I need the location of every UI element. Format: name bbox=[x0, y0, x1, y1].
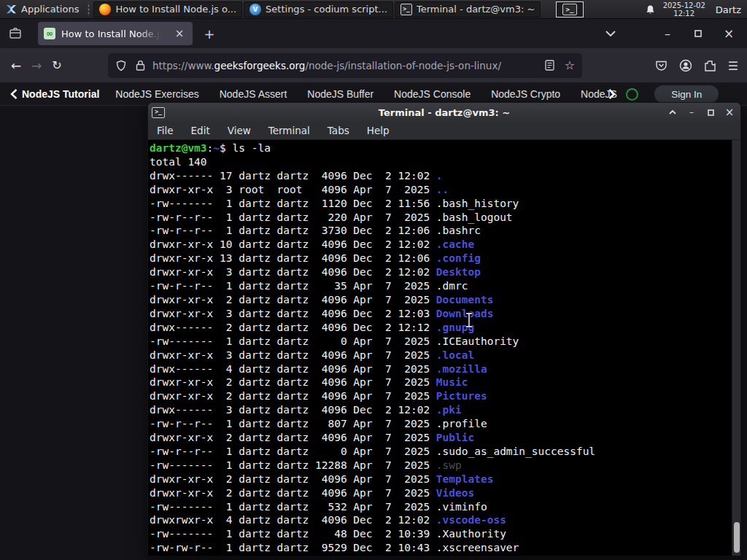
forward-button[interactable]: → bbox=[26, 55, 47, 76]
sign-in-button[interactable]: Sign In bbox=[654, 85, 719, 103]
terminal-menu-view[interactable]: View bbox=[228, 125, 251, 136]
terminal-line: drwxr-xr-x 2 dartz dartz 4096 Apr 7 2025… bbox=[150, 486, 732, 500]
terminal-line: drwxr-xr-x 3 dartz dartz 4096 Apr 7 2025… bbox=[150, 349, 732, 362]
hamburger-menu-icon[interactable]: ☰ bbox=[728, 59, 738, 73]
url-path: /node-js/installation-of-node-js-on-linu… bbox=[305, 60, 501, 71]
terminal-tray-icon[interactable]: >_ bbox=[556, 1, 584, 18]
terminal-line: drwxr-xr-x 10 dartz dartz 4096 Dec 2 12:… bbox=[150, 238, 732, 252]
url-bar[interactable]: https://www.geeksforgeeks.org/node-js/in… bbox=[108, 53, 582, 78]
url-domain: geeksforgeeks.org bbox=[214, 60, 306, 71]
terminal-icon: >_ bbox=[400, 4, 412, 15]
firefox-view-icon[interactable] bbox=[6, 24, 25, 43]
terminal-window-title: Terminal - dartz@vm3: ~ bbox=[148, 107, 740, 118]
pocket-icon[interactable] bbox=[655, 60, 667, 72]
browser-maximize-button[interactable] bbox=[690, 26, 706, 42]
notification-bell-icon[interactable] bbox=[645, 4, 656, 15]
geeksforgeeks-favicon-icon: ∞ bbox=[44, 28, 55, 39]
terminal-icon: >_ bbox=[562, 4, 577, 15]
terminal-body[interactable]: dartz@vm3:~$ ls -latotal 140drwx------ 1… bbox=[148, 140, 740, 556]
reload-button[interactable]: ↻ bbox=[47, 55, 67, 76]
distro-logo-icon bbox=[6, 4, 17, 15]
terminal-line: drwx------ 4 dartz dartz 4096 Apr 7 2025… bbox=[150, 362, 732, 376]
close-icon: × bbox=[724, 26, 734, 41]
terminal-line: drwx------ 17 dartz dartz 4096 Dec 2 12:… bbox=[150, 169, 732, 183]
terminal-scrollbar-thumb[interactable] bbox=[734, 522, 740, 553]
taskbar-button-vscodium[interactable]: VSettings - codium script... bbox=[244, 1, 393, 18]
terminal-line: drwx------ 2 dartz dartz 4096 Dec 2 12:1… bbox=[150, 321, 732, 335]
clock[interactable]: 2025-12-02 12:12 bbox=[663, 1, 705, 18]
vscodium-icon: V bbox=[249, 4, 261, 15]
site-nav-link-3[interactable]: NodeJS Buffer bbox=[307, 88, 374, 100]
tab-close-icon[interactable]: × bbox=[172, 26, 187, 41]
applications-menu-button[interactable]: Applications bbox=[0, 0, 85, 18]
taskbar: How to Install Node.js o...VSettings - c… bbox=[93, 0, 541, 18]
terminal-close-button[interactable]: × bbox=[723, 106, 736, 119]
taskbar-button-label: Terminal - dartz@vm3: ~ bbox=[417, 4, 535, 15]
taskbar-button-label: How to Install Node.js o... bbox=[115, 4, 236, 15]
terminal-title-bar[interactable]: >_ Terminal - dartz@vm3: ~ – × bbox=[148, 103, 740, 122]
browser-tab[interactable]: ∞ How to Install Node.js on × bbox=[38, 22, 193, 45]
terminal-shade-button[interactable] bbox=[666, 106, 679, 119]
list-tabs-chevron-icon[interactable] bbox=[603, 26, 619, 42]
reader-view-icon[interactable] bbox=[545, 60, 554, 71]
nav-scroll-left-icon[interactable] bbox=[10, 89, 18, 99]
taskbar-button-firefox[interactable]: How to Install Node.js o... bbox=[93, 1, 242, 18]
terminal-menu-file[interactable]: File bbox=[157, 125, 174, 136]
extensions-icon[interactable] bbox=[704, 60, 716, 72]
browser-close-button[interactable]: × bbox=[721, 26, 737, 42]
terminal-menu-edit[interactable]: Edit bbox=[191, 125, 210, 136]
search-icon[interactable] bbox=[626, 88, 638, 101]
terminal-line: drwxr-xr-x 13 dartz dartz 4096 Dec 2 12:… bbox=[150, 252, 732, 265]
terminal-line: drwxr-xr-x 2 dartz dartz 4096 Apr 7 2025… bbox=[150, 293, 732, 307]
account-icon[interactable] bbox=[679, 59, 692, 72]
shield-icon[interactable] bbox=[115, 60, 127, 71]
terminal-window: >_ Terminal - dartz@vm3: ~ – × FileEditV… bbox=[147, 102, 741, 556]
user-menu[interactable]: Dartz bbox=[713, 4, 741, 15]
nav-scroll-right-icon[interactable] bbox=[608, 89, 616, 99]
terminal-line: drwxr-xr-x 2 dartz dartz 4096 Apr 7 2025… bbox=[150, 389, 732, 403]
taskbar-button-terminal[interactable]: >_Terminal - dartz@vm3: ~ bbox=[395, 1, 541, 18]
top-panel: Applications How to Install Node.js o...… bbox=[0, 0, 747, 19]
new-tab-button[interactable]: + bbox=[200, 24, 219, 43]
terminal-line: -rw-r--r-- 1 dartz dartz 220 Apr 7 2025 … bbox=[150, 211, 732, 225]
terminal-total-line: total 140 bbox=[150, 155, 732, 169]
browser-toolbar: ← → ↻ https://www.geeksforgeeks.org/node… bbox=[0, 48, 747, 83]
terminal-minimize-button[interactable]: – bbox=[685, 106, 698, 119]
terminal-line: drwxr-xr-x 2 dartz dartz 4096 Apr 7 2025… bbox=[150, 376, 732, 389]
site-nav-link-1[interactable]: NodeJS Exercises bbox=[115, 88, 198, 100]
site-nav-items: NodeJS ExercisesNodeJS AssertNodeJS Buff… bbox=[115, 88, 619, 100]
tab-title: How to Install Node.js on bbox=[61, 28, 163, 39]
terminal-line: -rw-r--r-- 1 dartz dartz 0 Apr 7 2025 .s… bbox=[150, 445, 732, 459]
site-nav-link-4[interactable]: NodeJS Console bbox=[394, 88, 471, 100]
clock-date: 2025-12-02 bbox=[663, 1, 705, 9]
panel-separator bbox=[87, 3, 90, 16]
terminal-menu-help[interactable]: Help bbox=[367, 125, 390, 136]
lock-icon[interactable] bbox=[136, 60, 145, 71]
url-text[interactable]: https://www.geeksforgeeks.org/node-js/in… bbox=[152, 60, 539, 71]
terminal-line: drwxr-xr-x 2 dartz dartz 4096 Apr 7 2025… bbox=[150, 472, 732, 486]
terminal-line: drwxr-xr-x 3 dartz dartz 4096 Dec 2 12:0… bbox=[150, 307, 732, 321]
terminal-line: drwx------ 3 dartz dartz 4096 Dec 2 12:0… bbox=[150, 403, 732, 417]
terminal-line: drwxr-xr-x 3 dartz dartz 4096 Dec 2 12:0… bbox=[150, 265, 732, 279]
terminal-line: -rw------- 1 dartz dartz 1120 Dec 2 11:5… bbox=[150, 197, 732, 211]
taskbar-button-label: Settings - codium script... bbox=[266, 4, 387, 15]
terminal-line: -rw-r--r-- 1 dartz dartz 3730 Dec 2 12:0… bbox=[150, 224, 732, 238]
terminal-line: -rw-r--r-- 1 dartz dartz 807 Apr 7 2025 … bbox=[150, 417, 732, 431]
bookmark-star-icon[interactable]: ☆ bbox=[565, 58, 575, 72]
terminal-scrollbar[interactable] bbox=[732, 140, 740, 556]
site-nav-link-2[interactable]: NodeJS Assert bbox=[220, 88, 287, 100]
terminal-line: -rw------- 1 dartz dartz 12288 Apr 7 202… bbox=[150, 459, 732, 472]
terminal-line: drwxr-xr-x 2 dartz dartz 4096 Apr 7 2025… bbox=[150, 431, 732, 445]
terminal-menu-tabs[interactable]: Tabs bbox=[328, 125, 349, 136]
url-scheme: https://www. bbox=[152, 60, 214, 71]
terminal-maximize-button[interactable] bbox=[704, 106, 717, 119]
terminal-menu-bar: FileEditViewTerminalTabsHelp bbox=[148, 122, 740, 140]
site-nav-link-5[interactable]: NodeJS Crypto bbox=[491, 88, 560, 100]
back-button[interactable]: ← bbox=[6, 55, 26, 76]
nav-tutorial-link[interactable]: NodeJS Tutorial bbox=[22, 88, 99, 100]
browser-minimize-button[interactable]: – bbox=[659, 26, 676, 42]
terminal-line: -rw------- 1 dartz dartz 532 Apr 7 2025 … bbox=[150, 500, 732, 514]
terminal-menu-terminal[interactable]: Terminal bbox=[268, 125, 310, 136]
terminal-line: drwxrwxr-x 4 dartz dartz 4096 Dec 2 12:0… bbox=[150, 513, 732, 527]
terminal-prompt-line: dartz@vm3:~$ ls -la bbox=[150, 141, 732, 155]
